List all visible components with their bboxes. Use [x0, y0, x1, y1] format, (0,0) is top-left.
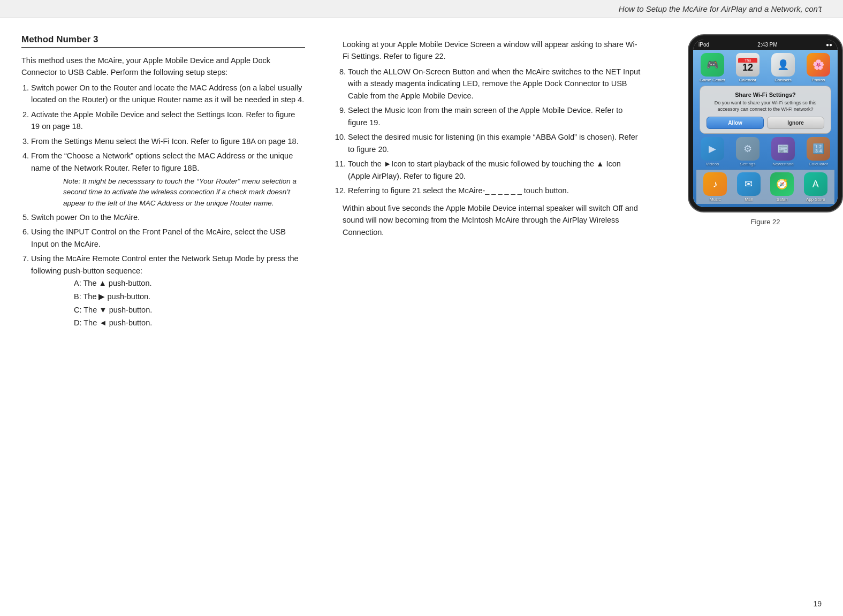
- app-grid-row1: 🎮 Game Center Thu 12 Calendar: [696, 53, 834, 82]
- list-item: Switch power On to the McAire.: [31, 211, 305, 223]
- section-title: Method Number 3: [21, 34, 305, 48]
- list-item: Touch the ►Icon to start playback of the…: [348, 158, 642, 182]
- list-item: Select the desired music for listening (…: [348, 131, 642, 155]
- page-content: Method Number 3 This method uses the McA…: [0, 18, 843, 348]
- list-item: Activate the Apple Mobile Device and sel…: [31, 109, 305, 133]
- note-block: Note: It might be necesssary to touch th…: [63, 176, 305, 209]
- right-intro: Looking at your Apple Mobile Device Scre…: [343, 39, 642, 63]
- dock: ♪ Music ✉ Mail 🧭 Safari A: [696, 170, 834, 204]
- dialog-title: Share Wi-Fi Settings?: [707, 92, 824, 98]
- iphone-screen: iPod 2:43 PM ●● 🎮 Game Center: [693, 40, 838, 207]
- iphone-mockup: iPod 2:43 PM ●● 🎮 Game Center: [688, 34, 843, 212]
- push-button-c: C: The ▼ push-button.: [74, 303, 305, 317]
- app-grid-row2: ▶ Videos ⚙ Settings 📰 Newsstand 🔢: [696, 137, 834, 166]
- list-item: From the Settings Menu select the Wi-Fi …: [31, 135, 305, 147]
- app-contacts: 👤 Contacts: [767, 53, 799, 82]
- app-game-center: 🎮 Game Center: [696, 53, 728, 82]
- list-item: Select the Music Icon from the main scre…: [348, 104, 642, 128]
- push-button-a: A: The ▲ push-button.: [74, 277, 305, 290]
- right-column: iPod 2:43 PM ●● 🎮 Game Center: [664, 34, 843, 332]
- left-column: Method Number 3 This method uses the McA…: [21, 34, 321, 332]
- steps-list: Switch power On to the Router and locate…: [21, 82, 305, 330]
- allow-button[interactable]: Allow: [707, 117, 764, 129]
- outro-text: Within about five seconds the Apple Mobi…: [343, 202, 642, 238]
- right-steps-list: Touch the ALLOW On-Screen Button and whe…: [343, 66, 642, 197]
- home-screen: 🎮 Game Center Thu 12 Calendar: [693, 50, 838, 207]
- middle-column: Looking at your Apple Mobile Device Scre…: [332, 34, 653, 332]
- dock-safari: 🧭 Safari: [766, 172, 798, 202]
- wifi-dialog: Share Wi-Fi Settings? Do you want to sha…: [700, 86, 831, 134]
- dialog-box: Share Wi-Fi Settings? Do you want to sha…: [700, 86, 831, 134]
- app-photos: 🌸 Photos: [802, 53, 834, 82]
- ignore-button[interactable]: Ignore: [767, 117, 824, 129]
- list-item: Using the McAire Remote Control enter th…: [31, 253, 305, 330]
- status-bar: iPod 2:43 PM ●●: [693, 40, 838, 50]
- calendar-widget: Thu 12: [736, 53, 760, 77]
- status-center: 2:43 PM: [757, 42, 777, 48]
- push-button-d: D: The ◄ push-button.: [74, 316, 305, 330]
- list-item: Touch the ALLOW On-Screen Button and whe…: [348, 66, 642, 102]
- dock-appstore: A App Store: [800, 172, 832, 202]
- app-videos: ▶ Videos: [696, 137, 728, 166]
- header-title: How to Setup the McAire for AirPlay and …: [619, 4, 822, 13]
- app-calendar: Thu 12 Calendar: [732, 53, 764, 82]
- status-left: iPod: [698, 42, 709, 48]
- push-buttons: A: The ▲ push-button. B: The ▶ push-butt…: [74, 277, 305, 330]
- dialog-body: Do you want to share your Wi-Fi settings…: [707, 100, 824, 112]
- page-number: 19: [813, 599, 822, 608]
- dock-mail: ✉ Mail: [733, 172, 765, 202]
- app-settings: ⚙ Settings: [732, 137, 764, 166]
- list-item: Switch power On to the Router and locate…: [31, 82, 305, 106]
- push-button-b: B: The ▶ push-button.: [74, 290, 305, 303]
- figure-caption: Figure 22: [751, 218, 780, 226]
- list-item: Referring to figure 21 select the McAire…: [348, 185, 642, 196]
- dialog-buttons: Allow Ignore: [707, 117, 824, 129]
- list-item: From the “Choose a Network” options sele…: [31, 150, 305, 209]
- dock-music: ♪ Music: [700, 172, 731, 202]
- page-header: How to Setup the McAire for AirPlay and …: [0, 0, 843, 18]
- app-calculator: 🔢 Calculator: [802, 137, 834, 166]
- list-item: Using the INPUT Control on the Front Pan…: [31, 226, 305, 250]
- status-right: ●●: [826, 42, 832, 48]
- app-newsstand: 📰 Newsstand: [767, 137, 799, 166]
- section-intro: This method uses the McAire, your Apple …: [21, 55, 305, 79]
